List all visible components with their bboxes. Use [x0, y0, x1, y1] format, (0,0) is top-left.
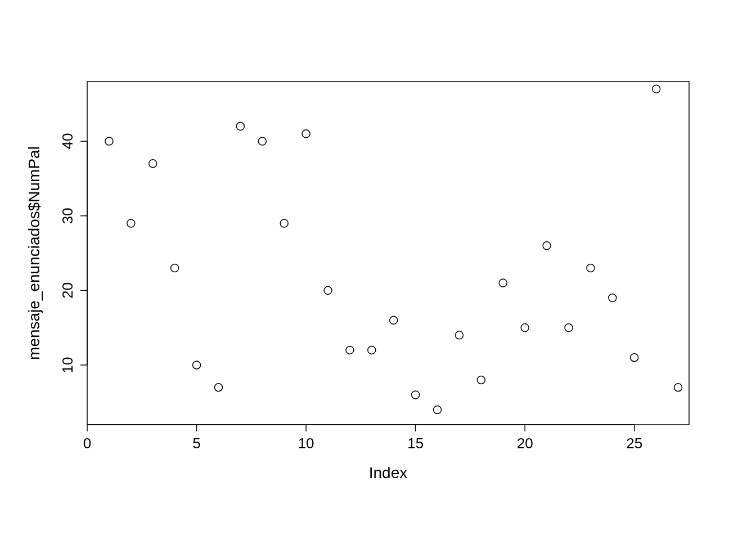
data-point: [390, 316, 398, 324]
data-point: [302, 130, 310, 138]
plot-border: [87, 82, 689, 425]
data-point: [280, 219, 288, 227]
data-point: [236, 123, 244, 130]
x-tick-label: 15: [407, 435, 424, 452]
data-point: [609, 294, 616, 302]
x-tick-label: 25: [626, 435, 642, 452]
data-point: [412, 391, 420, 399]
y-tick-label: 30: [59, 208, 76, 224]
data-point: [477, 376, 485, 384]
data-point: [521, 324, 529, 332]
x-tick-label: 0: [83, 435, 91, 452]
y-tick-label: 20: [59, 282, 76, 299]
data-point: [543, 242, 551, 250]
data-point: [631, 354, 638, 362]
data-point: [565, 324, 573, 332]
x-tick-label: 5: [192, 435, 200, 452]
data-point: [105, 137, 113, 145]
x-axis-label: Index: [369, 464, 408, 482]
scatter-chart: 051015202510203040Indexmensaje_enunciado…: [0, 0, 756, 540]
data-point: [171, 264, 179, 272]
data-point: [149, 160, 157, 168]
data-point: [127, 219, 135, 227]
x-tick-label: 20: [517, 435, 533, 452]
y-tick-label: 40: [59, 133, 76, 150]
y-tick-label: 10: [59, 357, 76, 373]
data-point: [652, 85, 660, 93]
data-point: [499, 279, 507, 287]
y-axis-label: mensaje_enunciados$NumPal: [25, 146, 43, 360]
data-point: [193, 361, 201, 369]
data-point: [368, 346, 376, 354]
chart-svg: 051015202510203040Indexmensaje_enunciado…: [0, 0, 756, 540]
data-point: [346, 346, 354, 354]
data-point: [674, 384, 682, 392]
data-point: [587, 264, 595, 272]
data-point: [455, 331, 463, 339]
data-point: [258, 137, 266, 145]
data-point: [324, 286, 332, 294]
data-point: [214, 384, 222, 392]
x-tick-label: 10: [298, 435, 314, 452]
data-point: [434, 406, 442, 413]
